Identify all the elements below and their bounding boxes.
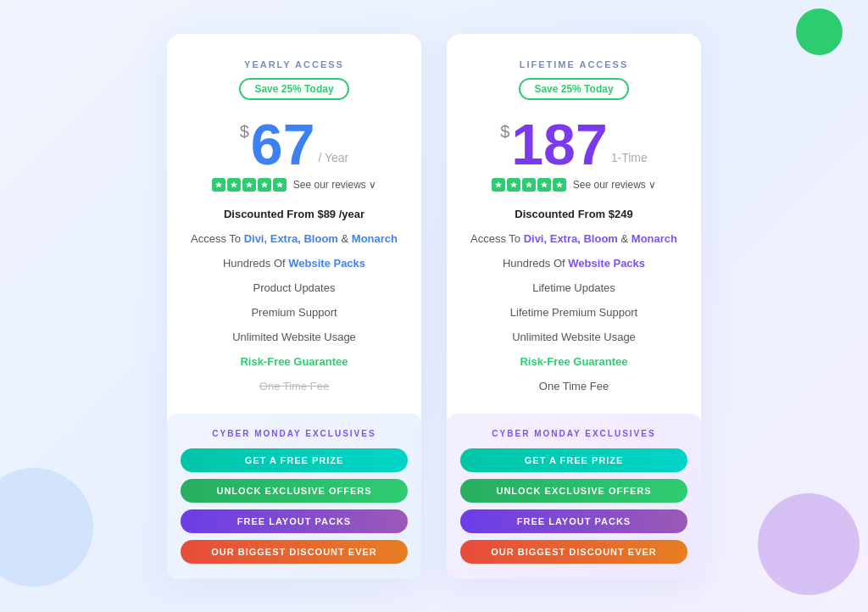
yearly-feature-6: Risk-Free Guarantee xyxy=(191,349,398,374)
yearly-btn-layout-packs[interactable]: FREE LAYOUT PACKS xyxy=(181,509,408,533)
lifetime-exclusives-title: CYBER MONDAY EXCLUSIVES xyxy=(460,429,687,438)
lifetime-plan-label: LIFETIME ACCESS xyxy=(520,59,629,70)
yearly-stars xyxy=(212,178,287,192)
svg-marker-0 xyxy=(215,181,222,188)
lifetime-price-dollar: $ xyxy=(500,122,509,142)
lifetime-feature-1: Access To Divi, Extra, Bloom & Monarch xyxy=(470,226,677,251)
yearly-btn-unlock-offers[interactable]: UNLOCK EXCLUSIVE OFFERS xyxy=(181,479,408,503)
star-5 xyxy=(273,178,287,192)
lstar-2 xyxy=(507,178,520,192)
svg-marker-7 xyxy=(526,181,532,188)
yearly-price-dollar: $ xyxy=(240,122,249,142)
svg-marker-4 xyxy=(276,181,283,188)
yearly-feature-7: One Time Fee xyxy=(191,374,398,398)
yearly-feature-2: Hundreds Of Website Packs xyxy=(191,251,398,275)
lifetime-btn-layout-packs[interactable]: FREE LAYOUT PACKS xyxy=(460,509,687,533)
svg-marker-6 xyxy=(510,181,517,188)
star-3 xyxy=(242,178,256,192)
yearly-card: YEARLY ACCESS Save 25% Today $ 67 / Year… xyxy=(167,34,421,579)
yearly-plan-label: YEARLY ACCESS xyxy=(244,59,344,70)
svg-marker-2 xyxy=(246,181,253,188)
lifetime-price-period: 1-Time xyxy=(611,151,648,164)
yearly-feature-5: Unlimited Website Usage xyxy=(191,325,398,349)
lstar-5 xyxy=(553,178,566,192)
lifetime-stars-row: See our reviews ∨ xyxy=(492,178,656,192)
svg-marker-1 xyxy=(231,181,237,188)
star-2 xyxy=(227,178,241,192)
lifetime-btn-unlock-offers[interactable]: UNLOCK EXCLUSIVE OFFERS xyxy=(460,479,687,503)
pricing-container: YEARLY ACCESS Save 25% Today $ 67 / Year… xyxy=(150,17,718,596)
yearly-feature-3: Product Updates xyxy=(191,275,398,300)
yearly-price-amount: 67 xyxy=(251,115,315,173)
star-1 xyxy=(212,178,225,192)
lifetime-feature-7: One Time Fee xyxy=(470,374,677,398)
svg-marker-9 xyxy=(556,181,563,188)
lstar-1 xyxy=(492,178,505,192)
lifetime-save-badge[interactable]: Save 25% Today xyxy=(519,78,628,100)
yearly-btn-biggest-discount[interactable]: OUR BIGGEST DISCOUNT EVER xyxy=(181,540,408,564)
yearly-price-period: / Year xyxy=(318,151,348,164)
lifetime-card: LIFETIME ACCESS Save 25% Today $ 187 1-T… xyxy=(447,34,701,579)
lifetime-feature-5: Unlimited Website Usage xyxy=(470,325,677,349)
lifetime-feature-list: Discounted From $249 Access To Divi, Ext… xyxy=(470,202,677,398)
lifetime-price-row: $ 187 1-Time xyxy=(500,115,648,173)
svg-marker-3 xyxy=(261,181,268,188)
yearly-feature-list: Discounted From $89 /year Access To Divi… xyxy=(191,202,398,398)
yearly-feature-1: Access To Divi, Extra, Bloom & Monarch xyxy=(191,226,398,251)
yearly-feature-4: Premium Support xyxy=(191,300,398,325)
lifetime-price-amount: 187 xyxy=(511,115,607,173)
lifetime-discounted-from: Discounted From $249 xyxy=(470,202,677,226)
lifetime-feature-6: Risk-Free Guarantee xyxy=(470,349,677,374)
yearly-btn-free-prize[interactable]: GET A FREE PRIZE xyxy=(181,448,408,472)
svg-marker-8 xyxy=(541,181,548,188)
lifetime-reviews-link[interactable]: See our reviews ∨ xyxy=(573,179,656,191)
yearly-reviews-link[interactable]: See our reviews ∨ xyxy=(293,179,376,191)
lstar-3 xyxy=(522,178,536,192)
lifetime-feature-3: Lifetime Updates xyxy=(470,275,677,300)
yearly-price-row: $ 67 / Year xyxy=(240,115,349,173)
yearly-exclusives-title: CYBER MONDAY EXCLUSIVES xyxy=(181,429,408,438)
star-4 xyxy=(258,178,271,192)
yearly-save-badge[interactable]: Save 25% Today xyxy=(239,78,348,100)
yearly-stars-row: See our reviews ∨ xyxy=(212,178,376,192)
svg-marker-5 xyxy=(495,181,502,188)
lifetime-feature-4: Lifetime Premium Support xyxy=(470,300,677,325)
lifetime-stars xyxy=(492,178,566,192)
yearly-exclusives-box: CYBER MONDAY EXCLUSIVES GET A FREE PRIZE… xyxy=(167,414,421,579)
lifetime-exclusives-box: CYBER MONDAY EXCLUSIVES GET A FREE PRIZE… xyxy=(447,414,701,579)
lifetime-feature-2: Hundreds Of Website Packs xyxy=(470,251,677,275)
yearly-discounted-from: Discounted From $89 /year xyxy=(191,202,398,226)
lifetime-btn-free-prize[interactable]: GET A FREE PRIZE xyxy=(460,448,687,472)
accent-circle-purple xyxy=(758,493,860,595)
accent-circle-blue xyxy=(0,468,93,587)
lifetime-btn-biggest-discount[interactable]: OUR BIGGEST DISCOUNT EVER xyxy=(460,540,687,564)
lstar-4 xyxy=(537,178,551,192)
accent-circle-green xyxy=(796,8,843,55)
